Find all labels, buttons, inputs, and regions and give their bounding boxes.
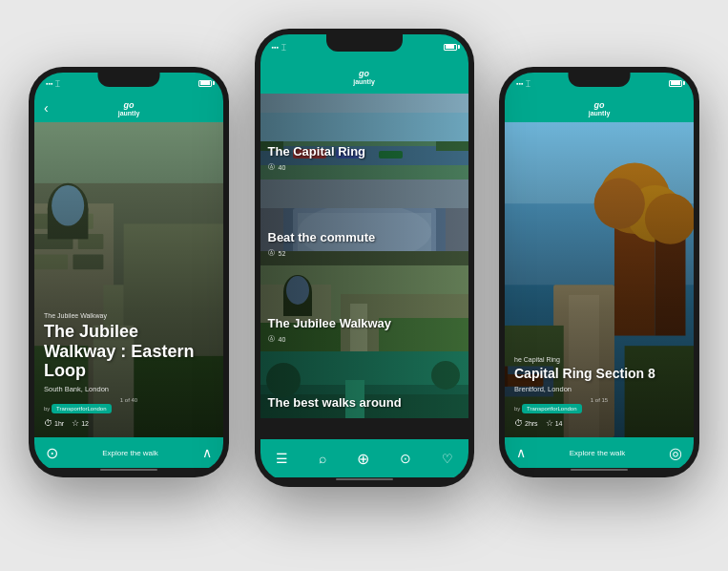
phone-left: ▪▪▪ ⌶ ‹ go jauntly bbox=[29, 67, 229, 477]
page-info-right: 1 of 15 bbox=[591, 397, 608, 403]
list-title-4: The best walks around bbox=[268, 395, 461, 411]
battery-icon-right bbox=[669, 80, 682, 87]
battery-left bbox=[198, 80, 212, 87]
chevron-up-icon-left[interactable]: ∧ bbox=[202, 445, 212, 460]
app-header-left: ‹ go jauntly bbox=[34, 94, 223, 122]
hero-left[interactable]: The Jubilee Walkway The Jubilee Walkway … bbox=[34, 122, 223, 437]
signal-right: ▪▪▪ ⌶ bbox=[516, 79, 530, 88]
list-content-4: The best walks around bbox=[260, 388, 468, 418]
logo-right: go jauntly bbox=[589, 100, 611, 116]
battery-center bbox=[444, 44, 457, 51]
stars-meta-right: ☆ 14 bbox=[546, 418, 563, 428]
home-indicator-left bbox=[34, 468, 223, 472]
compass-icon-right[interactable]: ◎ bbox=[669, 444, 682, 462]
home-indicator-center bbox=[260, 477, 468, 481]
explore-cta-right[interactable]: Explore the walk bbox=[570, 449, 626, 457]
battery-icon-center bbox=[444, 44, 457, 51]
list-meta-3: Ⓐ 40 bbox=[268, 334, 461, 344]
list-item-3[interactable]: The Jubilee Walkway Ⓐ 40 bbox=[260, 265, 468, 351]
list-view-center: The Capital Ring Ⓐ 40 bbox=[260, 94, 468, 439]
list-content-3: The Jubilee Walkway Ⓐ 40 bbox=[260, 308, 468, 351]
battery-icon-left bbox=[198, 80, 212, 87]
author-left: TransportforLondon bbox=[52, 404, 111, 413]
author-right: TransportforLondon bbox=[522, 404, 581, 413]
notch-right bbox=[569, 73, 631, 87]
hero-subtitle-left: South Bank, London bbox=[44, 385, 214, 393]
app-header-center: go jauntly bbox=[260, 59, 468, 94]
app-header-right: go jauntly bbox=[505, 94, 694, 122]
hero-right[interactable]: he Capital Ring Capital Ring Section 8 B… bbox=[505, 122, 694, 437]
home-indicator-right bbox=[505, 468, 694, 472]
phone-right: ▪▪▪ ⌶ go jauntly bbox=[499, 67, 699, 477]
time-meta-left: ⏱ 1hr bbox=[44, 418, 64, 428]
list-item-4[interactable]: The best walks around bbox=[260, 351, 468, 418]
logo-center: go jauntly bbox=[353, 69, 375, 85]
stars-meta-left: ☆ 12 bbox=[72, 418, 89, 428]
hero-title-left: The Jubilee Walkway : Eastern Loop bbox=[44, 322, 214, 381]
list-content-1: The Capital Ring Ⓐ 40 bbox=[260, 137, 468, 180]
signal-center: ▪▪▪ ⌶ bbox=[272, 43, 286, 52]
hero-content-right: he Capital Ring Capital Ring Section 8 B… bbox=[505, 347, 694, 437]
page-info-left: 1 of 40 bbox=[120, 397, 137, 403]
nav-location-icon[interactable]: ⊙ bbox=[400, 451, 411, 466]
bottom-bar-right[interactable]: ∧ Explore the walk ◎ bbox=[505, 437, 694, 468]
logo-left: go jauntly bbox=[118, 100, 140, 116]
list-title-2: Beat the commute bbox=[268, 230, 461, 245]
hero-content-left: The Jubilee Walkway The Jubilee Walkway … bbox=[34, 303, 223, 437]
bottom-bar-left[interactable]: ⊙ Explore the walk ∧ bbox=[34, 437, 223, 468]
time-meta-right: ⏱ 2hrs bbox=[514, 418, 538, 428]
notch-center bbox=[326, 34, 403, 52]
list-title-3: The Jubilee Walkway bbox=[268, 316, 461, 331]
location-icon-left[interactable]: ⊙ bbox=[46, 444, 58, 462]
hero-meta-right: ⏱ 2hrs ☆ 14 bbox=[514, 418, 684, 428]
notch-left bbox=[98, 73, 160, 87]
battery-right bbox=[669, 80, 682, 87]
nav-bar-center: ☰ ⌕ ⊕ ⊙ ♡ bbox=[260, 439, 468, 477]
nav-plus-icon[interactable]: ⊕ bbox=[357, 450, 369, 468]
list-meta-2: Ⓐ 52 bbox=[268, 248, 461, 258]
list-title-1: The Capital Ring bbox=[268, 144, 461, 159]
hero-small-label-left: The Jubilee Walkway bbox=[44, 312, 214, 319]
chevron-up-icon-right[interactable]: ∧ bbox=[516, 445, 526, 460]
list-item-1[interactable]: The Capital Ring Ⓐ 40 bbox=[260, 94, 468, 180]
nav-search-icon[interactable]: ⌕ bbox=[319, 451, 326, 466]
explore-cta-left[interactable]: Explore the walk bbox=[102, 449, 158, 457]
hero-title-right: Capital Ring Section 8 bbox=[514, 366, 684, 381]
back-button-left[interactable]: ‹ bbox=[44, 100, 49, 116]
phone-center: ▪▪▪ ⌶ go jauntly bbox=[255, 29, 474, 487]
hero-subtitle-right: Brentford, London bbox=[514, 385, 684, 393]
list-meta-1: Ⓐ 40 bbox=[268, 162, 461, 172]
hero-meta-left: ⏱ 1hr ☆ 12 bbox=[44, 418, 214, 428]
list-item-2[interactable]: Beat the commute Ⓐ 52 bbox=[260, 180, 468, 265]
list-content-2: Beat the commute Ⓐ 52 bbox=[260, 222, 468, 265]
nav-heart-icon[interactable]: ♡ bbox=[442, 452, 453, 466]
nav-menu-icon[interactable]: ☰ bbox=[276, 451, 288, 466]
signal-left: ▪▪▪ ⌶ bbox=[46, 79, 60, 88]
hero-small-label-right: he Capital Ring bbox=[514, 356, 684, 363]
